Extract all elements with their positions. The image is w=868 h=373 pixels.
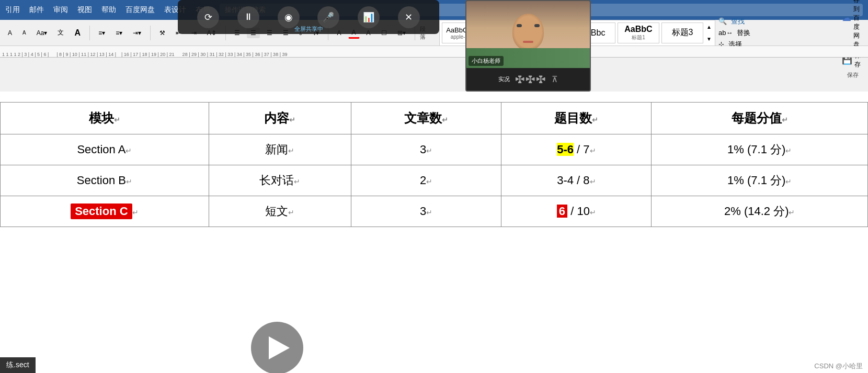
- replace-label[interactable]: 替换: [737, 28, 750, 38]
- find-replace-panel: 🔍 查找 ab↔ 替换 ⊹ 选择: [718, 17, 833, 49]
- float-stats-btn[interactable]: 📊: [358, 6, 380, 28]
- webcam-label: 小白杨老师: [469, 56, 504, 66]
- highlight-6: 6: [557, 205, 567, 218]
- find-label[interactable]: 查找: [731, 17, 745, 26]
- table-body: Section A↵ 新闻↵ 3↵ 5-6 / 7↵ 1% (7.1 分)↵: [1, 134, 868, 227]
- section-c-label: Section C: [71, 204, 132, 219]
- table-row: Section C↵ 短文↵ 3↵ 6 / 10↵ 2% (14.2 分)↵: [1, 196, 868, 227]
- play-triangle-icon: [269, 336, 290, 359]
- articles-c-cell: 3↵: [351, 196, 501, 227]
- content-a-cell: 新闻↵: [209, 134, 351, 165]
- header-score: 每题分值↵: [652, 103, 868, 134]
- float-pause-btn[interactable]: ⏸: [237, 6, 259, 28]
- questions-b-cell: 3-4 / 8↵: [501, 165, 652, 196]
- webcam-expand-icon[interactable]: ⊼: [552, 74, 558, 84]
- menu-yinyong[interactable]: 引用: [5, 5, 20, 15]
- menu-bangzhu[interactable]: 帮助: [101, 5, 116, 15]
- menu-baidu[interactable]: 百度网盘: [125, 5, 155, 15]
- bottom-badge: 练.sect: [0, 357, 36, 373]
- highlight-56: 5-6: [557, 143, 574, 156]
- score-c-cell: 2% (14.2 分)↵: [652, 196, 868, 227]
- header-articles: 文章数↵: [351, 103, 501, 134]
- content-b-cell: 长对话↵: [209, 165, 351, 196]
- ruler: 1 1 1 1 2 | 3 | 4 | 5 | 6 | | 8 | 9 | 10…: [0, 46, 868, 58]
- save-area-label: 保存: [847, 71, 859, 79]
- replace-icon: ab↔: [718, 29, 733, 37]
- section-c-cell: Section C↵: [1, 196, 209, 227]
- questions-a-cell: 5-6 / 7↵: [501, 134, 652, 165]
- font-A-btn[interactable]: A: [71, 27, 84, 39]
- table-row: Section B↵ 长对话↵ 2↵ 3-4 / 8↵ 1% (7.1 分)↵: [1, 165, 868, 196]
- font-size-small-btn[interactable]: A: [19, 28, 30, 37]
- webcam-overlay: 小白杨老师 实况 ⧾⧾⧾ ⊼: [465, 0, 591, 92]
- float-close-btn[interactable]: ✕: [398, 6, 420, 28]
- webcam-bars-icon: ⧾⧾⧾: [515, 73, 546, 85]
- webcam-face: 小白杨老师: [466, 1, 590, 68]
- document-page: 模块↵ 内容↵ 文章数↵ 题目数↵ 每题分值↵: [0, 102, 868, 373]
- indent-btn[interactable]: ⇥▾: [129, 28, 145, 38]
- menu-shenyue[interactable]: 审阅: [53, 5, 68, 15]
- score-b-cell: 1% (7.1 分)↵: [652, 165, 868, 196]
- section-b-cell: Section B↵: [1, 165, 209, 196]
- cloud-icon: ☁: [842, 12, 851, 24]
- header-row: 模块↵ 内容↵ 文章数↵ 题目数↵ 每题分值↵: [1, 103, 868, 134]
- articles-b-cell: 2↵: [351, 165, 501, 196]
- list-bullet-btn[interactable]: ≡▾: [95, 28, 109, 38]
- style-scroll[interactable]: ▲ ▼: [705, 23, 713, 43]
- style-title1[interactable]: AaBbC 标题1: [618, 22, 659, 43]
- section-a-cell: Section A↵: [1, 134, 209, 165]
- style-title3[interactable]: 标题3: [661, 22, 703, 43]
- score-a-cell: 1% (7.1 分)↵: [652, 134, 868, 165]
- content-c-cell: 短文↵: [209, 196, 351, 227]
- menu-youjian[interactable]: 邮件: [29, 5, 44, 15]
- font-clear-btn[interactable]: 文: [54, 27, 67, 39]
- play-button[interactable]: [251, 322, 303, 373]
- menu-shitu[interactable]: 视图: [77, 5, 92, 15]
- table-header: 模块↵ 内容↵ 文章数↵ 题目数↵ 每题分值↵: [1, 103, 868, 134]
- data-table: 模块↵ 内容↵ 文章数↵ 题目数↵ 每题分值↵: [0, 102, 868, 227]
- align-left-btn[interactable]: ⚒: [156, 28, 169, 38]
- header-content: 内容↵: [209, 103, 351, 134]
- webcam-controls: 实况 ⧾⧾⧾ ⊼: [466, 68, 590, 91]
- float-status-label: 全屏共享中: [294, 25, 323, 33]
- save-cloud-area: ☁ 保存到百度网盘 💾 保存 保存: [842, 0, 864, 79]
- webcam-status: 实况: [498, 75, 510, 83]
- badge-text: 练.sect: [6, 360, 29, 369]
- watermark: CSDN @小哈里: [814, 361, 863, 371]
- font-size-btn[interactable]: A: [4, 28, 16, 38]
- find-icon: 🔍: [718, 17, 727, 25]
- font-aa-btn[interactable]: Aa▾: [33, 28, 51, 38]
- save-cloud-label[interactable]: 保存到百度网盘: [853, 0, 864, 49]
- watermark-text: CSDN @小哈里: [814, 362, 863, 370]
- table-row: Section A↵ 新闻↵ 3↵ 5-6 / 7↵ 1% (7.1 分)↵: [1, 134, 868, 165]
- document-area: 模块↵ 内容↵ 文章数↵ 题目数↵ 每题分值↵: [0, 102, 868, 373]
- float-record-btn[interactable]: ⟳: [197, 6, 219, 28]
- floating-toolbar: ⟳ ⏸ ◉ 🎤 📊 ✕ 全屏共享中: [178, 0, 439, 34]
- list-num-btn[interactable]: ≡▾: [112, 28, 126, 38]
- ruler-label: 1 1 1 1 2 | 3 | 4 | 5 | 6 | | 8 | 9 | 10…: [2, 52, 287, 57]
- questions-c-cell: 6 / 10↵: [501, 196, 652, 227]
- header-module: 模块↵: [1, 103, 209, 134]
- articles-a-cell: 3↵: [351, 134, 501, 165]
- header-questions: 题目数↵: [501, 103, 652, 134]
